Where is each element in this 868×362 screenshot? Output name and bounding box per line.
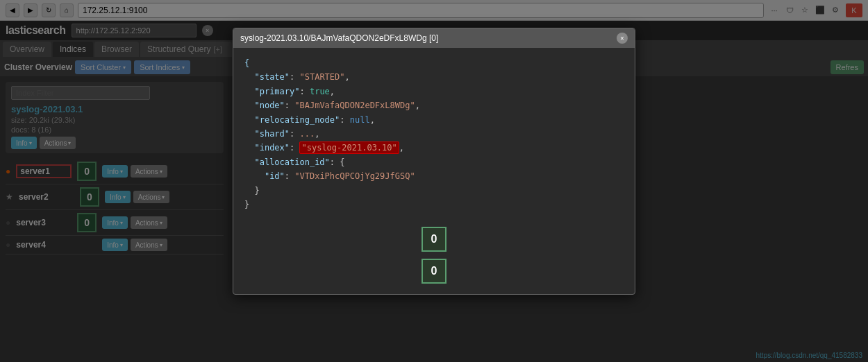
modal-shard-box-1[interactable]: 0 <box>422 227 446 252</box>
modal-shard-area: 0 0 <box>233 220 635 294</box>
json-relocating: "relocating_node": null, <box>244 113 624 127</box>
json-id: "id": "VTDxiPhcQPCOjYg29JfGSQ" <box>244 169 624 183</box>
modal-shard-box-2[interactable]: 0 <box>422 259 446 284</box>
modal-header: syslog-2021.03.10/BAJmVafaQDON2eDFxL8WDg… <box>233 28 635 48</box>
json-alloc-id: "allocation_id": { <box>244 155 624 169</box>
json-state: "state": "STARTED", <box>244 70 624 84</box>
json-index: "index": "syslog-2021.03.10", <box>244 141 624 155</box>
json-shard: "shard": ..., <box>244 127 624 141</box>
json-open: { <box>244 56 624 70</box>
modal-title: syslog-2021.03.10/BAJmVafaQDON2eDFxL8WDg… <box>240 33 438 43</box>
json-close: } <box>244 198 624 212</box>
modal-overlay[interactable]: syslog-2021.03.10/BAJmVafaQDON2eDFxL8WDg… <box>0 0 868 362</box>
shard-detail-modal: syslog-2021.03.10/BAJmVafaQDON2eDFxL8WDg… <box>233 28 635 295</box>
modal-close-button[interactable]: × <box>617 33 628 44</box>
json-node: "node": "BAJmVafaQDON2eDFxL8WDg", <box>244 98 624 112</box>
json-alloc-close: } <box>244 184 624 198</box>
modal-body: { "state": "STARTED", "primary": true, "… <box>233 48 635 220</box>
json-primary: "primary": true, <box>244 85 624 98</box>
